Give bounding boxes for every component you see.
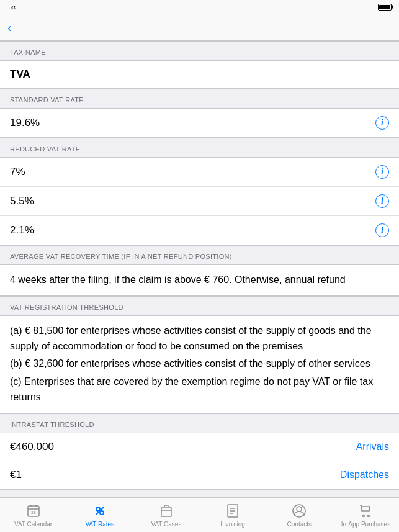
row-value: 19.6% bbox=[10, 117, 375, 129]
text-paragraph: 4 weeks after the filing, if the claim i… bbox=[10, 273, 389, 288]
tab-label-invoicing: Invoicing bbox=[220, 521, 244, 528]
tab-label-contacts: Contacts bbox=[287, 521, 312, 528]
contacts-icon bbox=[291, 503, 307, 519]
table-section-5: €460,000Arrivals€1Dispatches bbox=[0, 433, 399, 489]
table-row[interactable]: 7%i bbox=[0, 158, 399, 187]
tab-contacts[interactable]: Contacts bbox=[266, 498, 333, 532]
table-row[interactable]: 2.1%i bbox=[0, 216, 399, 245]
row-value: 7% bbox=[10, 166, 375, 178]
table-row: €460,000Arrivals bbox=[0, 433, 399, 461]
tab-label-vat-cases: VAT Cases bbox=[151, 521, 181, 528]
tab-invoicing[interactable]: Invoicing bbox=[200, 498, 266, 532]
text-row-4: (a) € 81,500 for enterprises whose activ… bbox=[0, 316, 399, 413]
svg-point-14 bbox=[297, 507, 302, 512]
content-area: TAX NAMETVASTANDARD VAT RATE19.6%iREDUCE… bbox=[0, 41, 399, 532]
row-value: €1 bbox=[10, 469, 335, 481]
section-header-text-4: VAT REGISTRATION THRESHOLD bbox=[10, 304, 123, 311]
row-right-label: Arrivals bbox=[356, 441, 389, 453]
text-row-3: 4 weeks after the filing, if the claim i… bbox=[0, 265, 399, 296]
tab-label-in-app-purchases: In-App Purchases bbox=[341, 521, 391, 528]
tab-bar: 28 VAT Calendar VAT Rates VAT Cases bbox=[0, 497, 399, 532]
info-icon[interactable]: i bbox=[375, 116, 389, 130]
section-header-3: AVERAGE VAT RECOVERY TIME (IF IN A NET R… bbox=[0, 245, 399, 265]
table-row: TVA bbox=[0, 61, 399, 88]
section-header-text-3: AVERAGE VAT RECOVERY TIME (IF IN A NET R… bbox=[10, 253, 232, 260]
back-button[interactable]: ‹ bbox=[7, 21, 14, 34]
row-value: €460,000 bbox=[10, 441, 351, 453]
cases-icon bbox=[158, 503, 174, 519]
row-value: TVA bbox=[10, 68, 30, 81]
status-bar-right bbox=[375, 4, 392, 11]
row-value: 2.1% bbox=[10, 224, 375, 237]
svg-rect-8 bbox=[161, 507, 171, 516]
info-icon[interactable]: i bbox=[375, 165, 389, 179]
tab-vat-cases[interactable]: VAT Cases bbox=[133, 498, 199, 532]
section-header-text-5: INTRASTAT THRESHOLD bbox=[10, 421, 94, 428]
tab-vat-calendar[interactable]: 28 VAT Calendar bbox=[0, 498, 66, 532]
table-section-1: 19.6%i bbox=[0, 109, 399, 138]
tab-label-vat-rates: VAT Rates bbox=[85, 521, 114, 528]
back-chevron-icon: ‹ bbox=[7, 21, 12, 34]
nav-bar: ‹ bbox=[0, 14, 399, 41]
row-right-label: Dispatches bbox=[340, 469, 389, 480]
status-bar: 𝛂 bbox=[0, 0, 399, 14]
section-header-5: INTRASTAT THRESHOLD bbox=[0, 413, 399, 433]
text-paragraph: (a) € 81,500 for enterprises whose activ… bbox=[10, 323, 389, 354]
battery-icon bbox=[378, 4, 392, 11]
wifi-icon: 𝛂 bbox=[11, 2, 16, 11]
text-paragraph: (b) € 32,600 for enterprises whose activ… bbox=[10, 356, 389, 372]
section-header-4: VAT REGISTRATION THRESHOLD bbox=[0, 296, 399, 316]
section-header-text-1: STANDARD VAT RATE bbox=[10, 96, 84, 104]
section-header-text-2: REDUCED VAT RATE bbox=[10, 145, 80, 153]
percent-icon bbox=[92, 503, 108, 519]
section-header-text-0: TAX NAME bbox=[10, 48, 46, 56]
info-icon[interactable]: i bbox=[375, 223, 389, 237]
svg-text:28: 28 bbox=[31, 510, 36, 515]
table-row: €1Dispatches bbox=[0, 461, 399, 489]
table-row[interactable]: 19.6%i bbox=[0, 109, 399, 137]
row-value: 5.5% bbox=[10, 195, 375, 207]
status-bar-left: 𝛂 bbox=[7, 2, 16, 11]
table-section-0: TVA bbox=[0, 61, 399, 89]
cart-icon bbox=[357, 503, 374, 519]
svg-point-17 bbox=[368, 515, 370, 516]
invoice-icon bbox=[225, 503, 241, 519]
tab-vat-rates[interactable]: VAT Rates bbox=[66, 498, 133, 532]
table-row[interactable]: 5.5%i bbox=[0, 187, 399, 216]
tab-in-app-purchases[interactable]: In-App Purchases bbox=[333, 498, 399, 532]
text-paragraph: (c) Enterprises that are covered by the … bbox=[10, 374, 389, 405]
info-icon[interactable]: i bbox=[375, 194, 389, 208]
svg-point-5 bbox=[96, 507, 100, 511]
tab-label-vat-calendar: VAT Calendar bbox=[14, 521, 52, 528]
table-section-2: 7%i5.5%i2.1%i bbox=[0, 158, 399, 245]
calendar-icon: 28 bbox=[25, 503, 42, 519]
svg-point-6 bbox=[100, 511, 104, 515]
section-header-0: TAX NAME bbox=[0, 41, 399, 61]
section-header-1: STANDARD VAT RATE bbox=[0, 89, 399, 109]
svg-point-16 bbox=[363, 515, 365, 516]
section-header-2: REDUCED VAT RATE bbox=[0, 138, 399, 158]
